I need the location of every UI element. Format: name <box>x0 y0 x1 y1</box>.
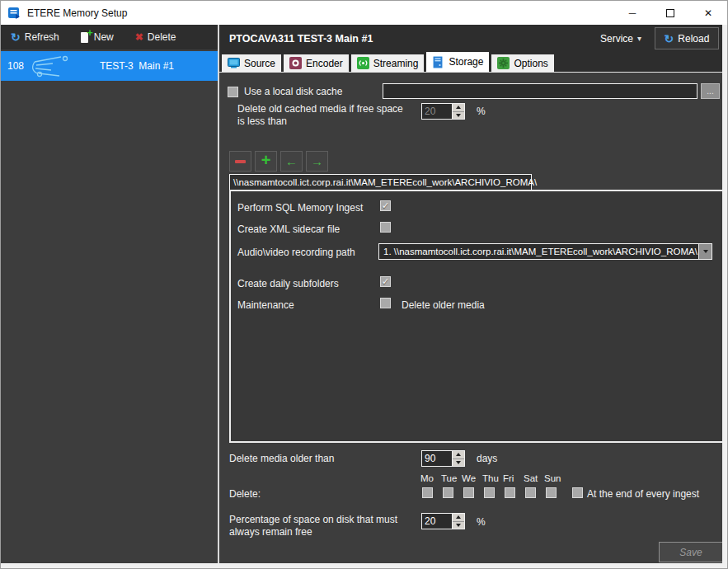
delete-older-media-label: Delete older media <box>402 299 485 312</box>
day-checkbox-mo[interactable] <box>422 487 433 498</box>
service-dropdown[interactable]: Service ▾ <box>600 33 641 45</box>
day-label-sat: Sat <box>524 473 544 483</box>
tab-storage[interactable]: Storage <box>426 52 489 72</box>
encoder-icon <box>289 57 302 69</box>
cache-free-space-value: 20 <box>422 104 452 119</box>
refresh-icon: ↻ <box>11 31 21 44</box>
cache-free-space-spinner[interactable]: 20 <box>421 103 465 120</box>
reload-label: Reload <box>678 33 709 45</box>
day-checkbox-tue[interactable] <box>443 487 453 498</box>
use-local-disk-cache-checkbox[interactable] <box>228 87 238 97</box>
triangle-down-icon <box>456 461 461 464</box>
tab-encoder-label: Encoder <box>306 58 343 69</box>
app-icon <box>7 7 21 20</box>
day-checkbox-we[interactable] <box>463 487 474 498</box>
maximize-icon <box>666 9 674 17</box>
window-title: ETERE Memory Setup <box>27 7 127 19</box>
spin-down-button[interactable] <box>453 111 464 120</box>
minimize-icon: ─ <box>629 7 636 19</box>
day-checkbox-thu[interactable] <box>484 487 495 498</box>
tab-streaming-label: Streaming <box>373 58 419 69</box>
window-controls: ─ ✕ <box>613 1 727 25</box>
path-tab[interactable]: \\nasmamtocoll.ict.corp.rai.it\MAM_ETERE… <box>229 174 532 190</box>
arrow-left-icon: ← <box>285 155 298 167</box>
day-checkbox-fri[interactable] <box>505 487 515 498</box>
delete-media-older-spinner[interactable]: 90 <box>421 450 465 467</box>
arrow-right-icon: → <box>311 155 323 167</box>
triangle-up-icon <box>456 106 461 109</box>
monitor-icon <box>228 57 240 69</box>
day-label-thu: Thu <box>482 473 503 483</box>
gear-icon <box>497 57 510 69</box>
cache-path-input[interactable] <box>383 83 697 99</box>
tab-streaming[interactable]: Streaming <box>351 54 425 72</box>
storage-tab-content: Use a local disk cache ... Delete old ca… <box>219 72 722 563</box>
save-button[interactable]: Save <box>659 542 723 562</box>
perform-sql-label: Perform SQL Memory Ingest <box>237 202 363 214</box>
tab-encoder[interactable]: Encoder <box>284 54 349 72</box>
percentage-free-value: 20 <box>422 514 452 529</box>
item-id: 108 <box>7 60 24 72</box>
recording-path-dropdown[interactable]: 1. \\nasmamtocoll.ict.corp.rai.it\MAM_ET… <box>378 243 712 260</box>
day-checkbox-sun[interactable] <box>546 487 557 498</box>
page-title: PTOCAVA311 TEST-3 Main #1 <box>229 33 373 45</box>
maintenance-label: Maintenance <box>237 299 294 312</box>
main-header: PTOCAVA311 TEST-3 Main #1 Service ▾ ↻ Re… <box>219 25 722 52</box>
remove-path-button[interactable] <box>229 151 251 172</box>
refresh-button[interactable]: ↻ Refresh <box>6 30 64 45</box>
create-xml-checkbox[interactable] <box>380 222 391 233</box>
dropdown-arrow-button[interactable] <box>698 244 712 259</box>
window-frame-bottom <box>1 563 727 568</box>
percent-label: % <box>477 516 486 529</box>
delete-label: Delete <box>148 31 176 43</box>
create-daily-subfolders-checkbox[interactable]: ✓ <box>380 276 391 287</box>
tab-options-label: Options <box>514 58 547 69</box>
day-checkbox-sat[interactable] <box>525 487 536 498</box>
free-space-label: Delete old cached media if free space is… <box>237 103 409 128</box>
service-label: Service <box>600 33 633 45</box>
spin-down-button[interactable] <box>453 458 464 467</box>
sidebar: ↻ Refresh + New ✖ Delete 108 <box>1 25 218 563</box>
day-label-tue: Tue <box>441 473 462 483</box>
spin-up-button[interactable] <box>453 514 464 521</box>
spin-down-button[interactable] <box>453 521 464 529</box>
day-label-fri: Fri <box>503 473 524 483</box>
days-checkbox-row <box>422 487 566 499</box>
add-path-button[interactable]: + <box>255 151 277 172</box>
triangle-up-icon <box>456 515 461 519</box>
tab-source[interactable]: Source <box>222 54 281 72</box>
path-settings-panel: Perform SQL Memory Ingest ✓ Create XML s… <box>229 190 725 443</box>
spin-up-button[interactable] <box>453 104 464 111</box>
percentage-free-spinner[interactable]: 20 <box>421 513 465 529</box>
app-window: ETERE Memory Setup ─ ✕ ↻ Refresh + New ✖… <box>0 0 728 569</box>
tab-source-label: Source <box>244 58 275 69</box>
main-panel: PTOCAVA311 TEST-3 Main #1 Service ▾ ↻ Re… <box>218 25 722 563</box>
delete-x-icon: ✖ <box>135 31 143 43</box>
reload-button[interactable]: ↻ Reload <box>655 27 719 49</box>
perform-sql-checkbox[interactable]: ✓ <box>380 200 391 211</box>
close-button[interactable]: ✕ <box>689 1 727 25</box>
spin-up-button[interactable] <box>453 451 464 458</box>
new-button[interactable]: + New <box>76 31 119 44</box>
titlebar: ETERE Memory Setup ─ ✕ <box>1 1 727 25</box>
browse-button[interactable]: ... <box>701 83 720 99</box>
triangle-down-icon <box>456 114 461 117</box>
memory-list-item[interactable]: 108 TEST-3 Main #1 <box>1 51 218 81</box>
end-of-ingest-checkbox[interactable] <box>572 487 583 498</box>
triangle-down-icon <box>703 250 708 253</box>
create-daily-subfolders-label: Create daily subfolders <box>237 278 339 290</box>
move-path-right-button[interactable]: → <box>306 151 328 172</box>
move-path-left-button[interactable]: ← <box>280 151 303 172</box>
plus-icon: + <box>261 152 271 168</box>
maintenance-checkbox[interactable] <box>380 298 391 308</box>
delete-button[interactable]: ✖ Delete <box>130 31 181 44</box>
day-label-mo: Mo <box>420 473 441 483</box>
reload-icon: ↻ <box>665 32 674 45</box>
day-label-sun: Sun <box>544 473 565 483</box>
recording-path-label: Audio\video recording path <box>237 247 355 259</box>
maximize-button[interactable] <box>651 1 689 25</box>
new-document-icon: + <box>81 32 90 43</box>
tab-options[interactable]: Options <box>491 54 553 72</box>
streaming-icon <box>357 57 369 69</box>
minimize-button[interactable]: ─ <box>613 1 651 25</box>
